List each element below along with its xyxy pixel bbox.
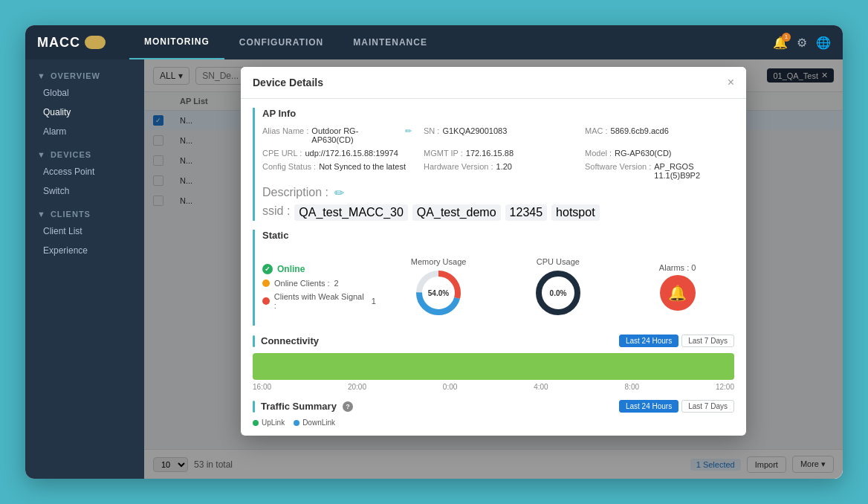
model-value: RG-AP630(CD) xyxy=(615,149,671,158)
traffic-title: Traffic Summary ? xyxy=(253,401,353,413)
logo-text: MACC xyxy=(37,35,80,51)
sidebar-item-global[interactable]: Global xyxy=(25,83,144,103)
edit-description-icon[interactable]: ✏ xyxy=(334,186,344,200)
sidebar-header-devices[interactable]: ▼ DEVICES xyxy=(25,144,144,162)
ssid-item-0: QA_test_MACC_30 xyxy=(294,204,408,221)
weak-signal-clients: Clients with Weak Signal : 1 xyxy=(262,292,376,310)
sidebar: ▼ OVERVIEW Global Quality Alarm ▼ DEVICE… xyxy=(25,59,144,479)
page-area: ALL ▾ 01_QA_Test ✕ AP List Down Mod xyxy=(144,59,843,479)
uplink-dot xyxy=(253,420,259,426)
cpu-usage-chart: 0.0% xyxy=(534,269,582,317)
sidebar-item-access-point[interactable]: Access Point xyxy=(25,162,144,181)
sidebar-item-client-list[interactable]: Client List xyxy=(25,222,144,241)
notification-badge: 1 xyxy=(782,33,791,42)
nav-right: 🔔 1 ⚙ 🌐 xyxy=(773,36,831,50)
modal-header: Device Details × xyxy=(241,67,746,99)
logo-cloud-icon xyxy=(85,36,106,49)
modal-overlay[interactable]: Device Details × AP Info Alias Name : Ou… xyxy=(144,59,843,479)
config-status-row: Config Status : Not Synced to the latest xyxy=(262,162,412,180)
downlink-dot xyxy=(294,420,299,426)
ap-info-title: AP Info xyxy=(262,108,734,119)
connectivity-header: Connectivity Last 24 Hours Last 7 Days xyxy=(253,335,734,347)
connectivity-time-buttons: Last 24 Hours Last 7 Days xyxy=(619,335,734,347)
connectivity-section: Connectivity Last 24 Hours Last 7 Days 1… xyxy=(253,335,734,391)
sn-value: G1KQA29001083 xyxy=(442,126,507,144)
sw-version-row: Software Version : AP_RGOS 11.1(5)B9P2 xyxy=(585,162,734,180)
sidebar-section-overview: ▼ OVERVIEW Global Quality Alarm xyxy=(25,65,144,141)
edit-icon[interactable]: ✏ xyxy=(405,126,412,144)
weak-signal-indicator xyxy=(262,297,270,305)
last-24-hours-btn[interactable]: Last 24 Hours xyxy=(619,335,678,347)
last-7-days-btn[interactable]: Last 7 Days xyxy=(681,335,734,347)
modal-body: AP Info Alias Name : Outdoor RG-AP630(CD… xyxy=(241,108,746,427)
notification-icon[interactable]: 🔔 1 xyxy=(773,36,788,50)
online-clients-indicator xyxy=(262,280,270,287)
sidebar-header-clients[interactable]: ▼ CLIENTS xyxy=(25,204,144,222)
mac-row: MAC : 5869.6cb9.acd6 xyxy=(585,126,734,144)
model-row: Model : RG-AP630(CD) xyxy=(585,149,734,158)
status-block: ✓ Online Online Clients : 2 xyxy=(262,264,376,310)
logo: MACC xyxy=(37,35,106,51)
traffic-last-24-hours-btn[interactable]: Last 24 Hours xyxy=(619,400,678,413)
settings-icon[interactable]: ⚙ xyxy=(797,36,807,50)
connectivity-chart xyxy=(253,353,734,380)
ssid-item-1: QA_test_demo xyxy=(412,204,501,221)
mgmt-ip-value: 172.16.15.88 xyxy=(466,149,514,158)
model-label: Model : xyxy=(585,149,612,158)
traffic-time-buttons: Last 24 Hours Last 7 Days xyxy=(619,400,734,413)
nav-links: MONITORING CONFIGURATION MAINTENANCE xyxy=(129,25,773,59)
hw-version-row: Hardware Version : 1.20 xyxy=(424,162,573,180)
alias-name-row: Alias Name : Outdoor RG-AP630(CD) ✏ xyxy=(262,126,412,144)
sidebar-item-quality[interactable]: Quality xyxy=(25,103,144,122)
legend-downlink: DownLink xyxy=(294,419,335,427)
static-grid: ✓ Online Online Clients : 2 xyxy=(262,248,734,326)
title-bar xyxy=(253,401,255,413)
traffic-title-row: Traffic Summary ? Last 24 Hours Last 7 D… xyxy=(253,400,734,413)
traffic-legend: UpLink DownLink xyxy=(253,419,734,427)
sidebar-section-clients: ▼ CLIENTS Client List Experience xyxy=(25,204,144,260)
alias-name-label: Alias Name : xyxy=(262,126,308,144)
sidebar-item-switch[interactable]: Switch xyxy=(25,181,144,201)
nav-monitoring[interactable]: MONITORING xyxy=(129,25,224,59)
mac-label: MAC : xyxy=(585,126,608,144)
online-status: ✓ Online xyxy=(262,264,376,274)
sidebar-section-devices: ▼ DEVICES Access Point Switch xyxy=(25,144,144,201)
expand-icon-devices: ▼ xyxy=(37,150,46,159)
cpu-usage: CPU Usage 0.0% xyxy=(502,257,615,317)
sn-row: SN : G1KQA29001083 xyxy=(424,126,573,144)
cpe-url-label: CPE URL : xyxy=(262,149,302,158)
svg-text:54.0%: 54.0% xyxy=(428,289,449,297)
sn-label: SN : xyxy=(424,126,439,144)
modal-close-button[interactable]: × xyxy=(728,76,734,89)
ssid-label: ssid : xyxy=(262,204,290,221)
online-indicator: ✓ xyxy=(262,264,273,274)
description-label: Description : xyxy=(262,186,328,200)
sidebar-item-experience[interactable]: Experience xyxy=(25,241,144,260)
config-status-value: Not Synced to the latest xyxy=(319,162,406,180)
help-icon[interactable]: ? xyxy=(343,401,353,412)
sw-version-label: Software Version : xyxy=(585,162,651,180)
nav-maintenance[interactable]: MAINTENANCE xyxy=(338,25,442,59)
alarms: Alarms : 0 🔔 xyxy=(621,263,734,311)
sidebar-header-overview[interactable]: ▼ OVERVIEW xyxy=(25,65,144,83)
hw-version-value: 1.20 xyxy=(496,162,512,180)
top-nav: MACC MONITORING CONFIGURATION MAINTENANC… xyxy=(25,25,843,59)
legend-uplink: UpLink xyxy=(253,419,285,427)
sidebar-item-alarm[interactable]: Alarm xyxy=(25,122,144,141)
memory-usage: Memory Usage 54.0% xyxy=(382,257,496,317)
cpu-usage-label: CPU Usage xyxy=(537,257,580,266)
expand-icon: ▼ xyxy=(37,71,46,80)
alarm-bell-icon: 🔔 xyxy=(660,275,696,311)
ap-info-grid: Alias Name : Outdoor RG-AP630(CD) ✏ SN :… xyxy=(262,126,734,180)
traffic-summary-section: Traffic Summary ? Last 24 Hours Last 7 D… xyxy=(253,400,734,427)
device-details-modal: Device Details × AP Info Alias Name : Ou… xyxy=(241,67,746,436)
nav-configuration[interactable]: CONFIGURATION xyxy=(224,25,338,59)
globe-icon[interactable]: 🌐 xyxy=(816,36,831,50)
static-section: Static ✓ Online xyxy=(253,230,734,326)
app-container: MACC MONITORING CONFIGURATION MAINTENANC… xyxy=(25,25,843,479)
config-status-label: Config Status : xyxy=(262,162,316,180)
mgmt-ip-label: MGMT IP : xyxy=(424,149,463,158)
description-row: Description : ✏ xyxy=(262,186,734,200)
ssid-item-2: 12345 xyxy=(505,204,548,221)
traffic-last-7-days-btn[interactable]: Last 7 Days xyxy=(681,400,734,413)
